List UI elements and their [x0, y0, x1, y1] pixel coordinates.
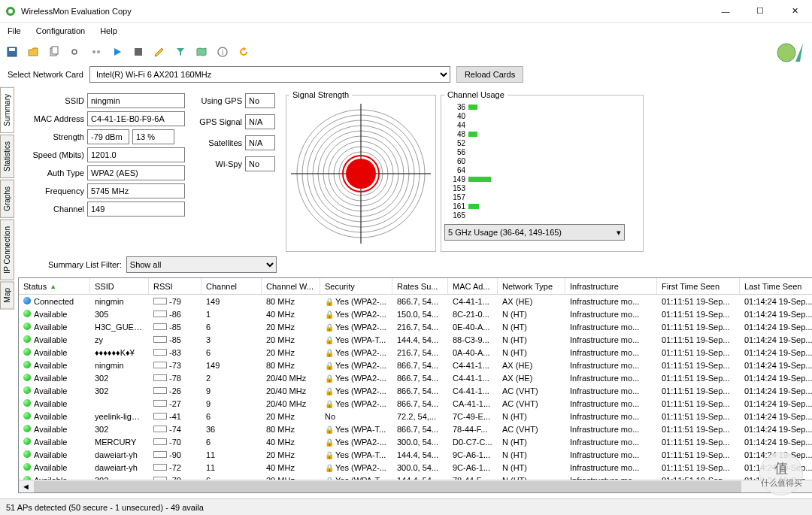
table-row[interactable]: Available305 -86140 MHz🔒Yes (WPA2-...150… [19, 307, 812, 320]
svg-point-6 [92, 50, 95, 53]
refresh-icon[interactable] [236, 44, 251, 59]
col-header[interactable]: SSID [90, 278, 149, 294]
col-header[interactable]: Network Type [498, 278, 565, 294]
table-row[interactable]: Available302 -78220/40 MHz🔒Yes (WPA2-...… [19, 371, 812, 384]
status-dot-icon [23, 374, 31, 381]
save-icon[interactable] [5, 44, 20, 59]
table-row[interactable]: Available -27920/40 MHz🔒Yes (WPA2-...866… [19, 397, 812, 410]
svg-point-23 [346, 159, 376, 189]
rssi-bar-icon [153, 387, 167, 394]
menu-help[interactable]: Help [97, 25, 120, 37]
channel-row: 60 [447, 156, 640, 165]
watermark-badge: 值什么值得买 [759, 452, 803, 495]
svg-point-11 [777, 44, 795, 62]
channel-row: 157 [447, 192, 640, 201]
wispy-value: No [245, 156, 275, 171]
table-row[interactable]: AvailableMERCURY -70640 MHz🔒Yes (WPA2-..… [19, 435, 812, 448]
status-dot-icon [23, 386, 31, 394]
svg-point-1 [8, 9, 13, 14]
lock-icon: 🔒 [325, 464, 334, 472]
table-row[interactable]: AvailableH3C_GUEST -85620 MHz🔒Yes (WPA2-… [19, 320, 812, 333]
lock-icon: 🔒 [325, 323, 334, 332]
table-row[interactable]: Availabledaweiart-yh -901120 MHz🔒Yes (WP… [19, 448, 812, 461]
tab-graphs[interactable]: Graphs [0, 180, 14, 218]
col-header[interactable]: Rates Su... [392, 278, 448, 294]
tab-ip-connection[interactable]: IP Connection [0, 220, 14, 280]
lock-icon: 🔒 [325, 298, 334, 306]
table-row[interactable]: Connectedningmin -7914980 MHz🔒Yes (WPA2-… [19, 295, 812, 307]
open-icon[interactable] [26, 44, 41, 59]
stop-icon[interactable] [131, 44, 146, 59]
col-header[interactable]: Last Time Seen [740, 278, 812, 294]
status-dot-icon [23, 450, 31, 458]
table-row[interactable]: Availabledaweiart-yh -721140 MHz🔒Yes (WP… [19, 461, 812, 474]
filter-select[interactable]: Show all [126, 256, 277, 273]
menu-configuration[interactable]: Configuration [33, 25, 88, 37]
signal-strength-panel: Signal Strength [286, 90, 436, 252]
channel-number: 52 [447, 139, 465, 147]
status-dot-icon [23, 412, 31, 420]
ssid-label: SSID [18, 96, 84, 105]
lock-icon: 🔒 [325, 374, 334, 383]
filter-icon[interactable] [173, 44, 188, 59]
mac-label: MAC Address [18, 114, 84, 123]
chevron-down-icon: ▾ [617, 228, 621, 238]
status-dot-icon [23, 297, 31, 304]
table-row[interactable]: Available302 -743680 MHz🔒Yes (WPA-T...86… [19, 423, 812, 435]
map-icon[interactable] [194, 44, 209, 59]
rssi-bar-icon [153, 464, 167, 471]
table-row[interactable]: Available302 -70620 MHz🔒Yes (WPA-T...144… [19, 474, 812, 480]
menu-file[interactable]: File [5, 25, 24, 37]
gps-signal-value: N/A [245, 114, 275, 129]
status-dot-icon [23, 399, 31, 407]
rssi-bar-icon [153, 451, 167, 458]
table-row[interactable]: Availablezy -85320 MHz🔒Yes (WPA-T...144.… [19, 333, 812, 346]
logo-icon [774, 36, 807, 69]
tab-statistics[interactable]: Statistics [0, 135, 14, 178]
table-row[interactable]: Availableyeelink-light-... -41620 MHzNo7… [19, 410, 812, 423]
gps-value: No [245, 93, 275, 108]
col-header[interactable]: Channel W... [262, 278, 320, 294]
col-header[interactable]: Infrastructure [565, 278, 657, 294]
maximize-button[interactable]: ☐ [743, 0, 777, 23]
edit-icon[interactable] [152, 44, 167, 59]
table-row[interactable]: Available♦♦♦♦♦♦K♦¥ -83620 MHz🔒Yes (WPA2-… [19, 346, 812, 359]
col-header[interactable]: RSSI [149, 278, 201, 294]
channel-number: 36 [447, 103, 465, 111]
channel-number: 56 [447, 148, 465, 156]
link-icon[interactable] [68, 44, 83, 59]
horizontal-scrollbar[interactable]: ◄► [19, 480, 812, 492]
col-header[interactable]: Status▲ [19, 278, 90, 294]
lock-icon: 🔒 [325, 400, 334, 408]
channel-number: 161 [447, 202, 465, 211]
freq-value: 5745 MHz [87, 183, 185, 198]
channel-row: 48 [447, 129, 640, 138]
minimize-button[interactable]: — [708, 0, 743, 23]
channel-number: 153 [447, 184, 465, 192]
info-icon[interactable]: i [215, 44, 230, 59]
rssi-bar-icon [153, 426, 167, 432]
tab-summary[interactable]: Summary [0, 87, 14, 133]
ip-icon[interactable] [89, 44, 104, 59]
table-row[interactable]: Available302 -26920/40 MHz🔒Yes (WPA2-...… [19, 384, 812, 397]
network-card-select[interactable]: Intel(R) Wi-Fi 6 AX201 160MHz [89, 66, 450, 83]
channel-band-select[interactable]: 5 GHz Usage (36-64, 149-165)▾ [444, 224, 625, 241]
table-row[interactable]: Availableningmin -7314980 MHz🔒Yes (WPA2-… [19, 359, 812, 371]
play-icon[interactable] [110, 44, 125, 59]
grid-body[interactable]: Connectedningmin -7914980 MHz🔒Yes (WPA2-… [19, 295, 812, 480]
status-dot-icon [23, 323, 31, 330]
col-header[interactable]: Security [320, 278, 392, 294]
connection-fields: SSIDningmin MAC AddressC4-41-1E-B0-F9-6A… [18, 90, 188, 252]
copy-icon[interactable] [47, 44, 62, 59]
channel-row: 56 [447, 147, 640, 156]
close-button[interactable]: ✕ [777, 0, 812, 23]
reload-cards-button[interactable]: Reload Cards [456, 66, 523, 83]
channel-number: 157 [447, 193, 465, 201]
status-dot-icon [23, 335, 31, 343]
channel-number: 40 [447, 112, 465, 120]
col-header[interactable]: Channel [201, 278, 262, 294]
wispy-label: Wi-Spy [192, 159, 242, 168]
col-header[interactable]: First Time Seen [657, 278, 740, 294]
tab-map[interactable]: Map [0, 281, 14, 309]
col-header[interactable]: MAC Ad... [448, 278, 498, 294]
